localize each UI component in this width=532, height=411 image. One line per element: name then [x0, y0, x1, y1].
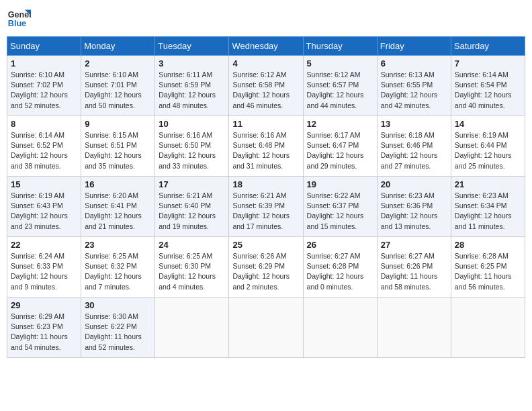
day-number: 3 — [159, 58, 225, 68]
page-header: General Blue — [7, 7, 525, 31]
day-number: 19 — [307, 179, 373, 189]
calendar-cell: 23 Sunrise: 6:25 AM Sunset: 6:32 PM Dayl… — [81, 237, 155, 298]
header-wednesday: Wednesday — [229, 37, 303, 56]
day-number: 14 — [455, 119, 521, 129]
header-friday: Friday — [377, 37, 451, 56]
day-number: 15 — [11, 179, 77, 189]
calendar-cell: 12 Sunrise: 6:17 AM Sunset: 6:47 PM Dayl… — [303, 116, 377, 177]
day-number: 27 — [381, 240, 447, 250]
day-number: 16 — [85, 179, 151, 189]
day-detail: Sunrise: 6:25 AM Sunset: 6:30 PM Dayligh… — [159, 251, 225, 292]
day-detail: Sunrise: 6:20 AM Sunset: 6:41 PM Dayligh… — [85, 191, 151, 232]
calendar-cell: 9 Sunrise: 6:15 AM Sunset: 6:51 PM Dayli… — [81, 116, 155, 177]
calendar-cell: 7 Sunrise: 6:14 AM Sunset: 6:54 PM Dayli… — [451, 56, 525, 116]
calendar-cell: 22 Sunrise: 6:24 AM Sunset: 6:33 PM Dayl… — [7, 237, 81, 298]
calendar-cell — [155, 298, 229, 358]
calendar-cell: 26 Sunrise: 6:27 AM Sunset: 6:28 PM Dayl… — [303, 237, 377, 298]
day-number: 21 — [455, 179, 521, 189]
day-detail: Sunrise: 6:10 AM Sunset: 7:01 PM Dayligh… — [85, 70, 151, 111]
day-detail: Sunrise: 6:29 AM Sunset: 6:23 PM Dayligh… — [11, 312, 77, 353]
day-detail: Sunrise: 6:14 AM Sunset: 6:54 PM Dayligh… — [455, 70, 521, 111]
day-number: 13 — [381, 119, 447, 129]
day-number: 28 — [455, 240, 521, 250]
svg-text:Blue: Blue — [8, 19, 26, 28]
calendar-cell — [451, 298, 525, 358]
day-detail: Sunrise: 6:11 AM Sunset: 6:59 PM Dayligh… — [159, 70, 225, 111]
calendar-cell: 29 Sunrise: 6:29 AM Sunset: 6:23 PM Dayl… — [7, 298, 81, 358]
calendar-week-4: 22 Sunrise: 6:24 AM Sunset: 6:33 PM Dayl… — [7, 237, 525, 298]
header-saturday: Saturday — [451, 37, 525, 56]
calendar-cell: 5 Sunrise: 6:12 AM Sunset: 6:57 PM Dayli… — [303, 56, 377, 116]
day-detail: Sunrise: 6:30 AM Sunset: 6:22 PM Dayligh… — [85, 312, 151, 353]
calendar-week-1: 1 Sunrise: 6:10 AM Sunset: 7:02 PM Dayli… — [7, 56, 525, 116]
day-detail: Sunrise: 6:10 AM Sunset: 7:02 PM Dayligh… — [11, 70, 77, 111]
calendar-cell: 4 Sunrise: 6:12 AM Sunset: 6:58 PM Dayli… — [229, 56, 303, 116]
day-detail: Sunrise: 6:28 AM Sunset: 6:25 PM Dayligh… — [455, 251, 521, 292]
day-detail: Sunrise: 6:16 AM Sunset: 6:48 PM Dayligh… — [232, 130, 299, 171]
logo-icon: General Blue — [7, 7, 31, 31]
day-detail: Sunrise: 6:19 AM Sunset: 6:44 PM Dayligh… — [455, 130, 521, 171]
day-detail: Sunrise: 6:22 AM Sunset: 6:37 PM Dayligh… — [307, 191, 373, 232]
calendar-cell: 6 Sunrise: 6:13 AM Sunset: 6:55 PM Dayli… — [377, 56, 451, 116]
day-detail: Sunrise: 6:16 AM Sunset: 6:50 PM Dayligh… — [159, 130, 225, 171]
calendar-cell: 18 Sunrise: 6:21 AM Sunset: 6:39 PM Dayl… — [229, 177, 303, 237]
calendar-cell: 13 Sunrise: 6:18 AM Sunset: 6:46 PM Dayl… — [377, 116, 451, 177]
day-number: 17 — [159, 179, 225, 189]
day-detail: Sunrise: 6:23 AM Sunset: 6:36 PM Dayligh… — [381, 191, 447, 232]
day-number: 4 — [232, 58, 299, 68]
calendar-header-row: SundayMondayTuesdayWednesdayThursdayFrid… — [7, 37, 525, 56]
day-detail: Sunrise: 6:15 AM Sunset: 6:51 PM Dayligh… — [85, 130, 151, 171]
day-detail: Sunrise: 6:24 AM Sunset: 6:33 PM Dayligh… — [11, 251, 77, 292]
calendar-week-2: 8 Sunrise: 6:14 AM Sunset: 6:52 PM Dayli… — [7, 116, 525, 177]
day-number: 9 — [85, 119, 151, 129]
day-number: 22 — [11, 240, 77, 250]
day-detail: Sunrise: 6:12 AM Sunset: 6:58 PM Dayligh… — [232, 70, 299, 111]
day-detail: Sunrise: 6:12 AM Sunset: 6:57 PM Dayligh… — [307, 70, 373, 111]
day-number: 18 — [232, 179, 299, 189]
calendar-cell — [229, 298, 303, 358]
day-number: 1 — [11, 58, 77, 68]
calendar-cell: 20 Sunrise: 6:23 AM Sunset: 6:36 PM Dayl… — [377, 177, 451, 237]
calendar-cell: 25 Sunrise: 6:26 AM Sunset: 6:29 PM Dayl… — [229, 237, 303, 298]
day-number: 6 — [381, 58, 447, 68]
day-detail: Sunrise: 6:21 AM Sunset: 6:39 PM Dayligh… — [232, 191, 299, 232]
day-number: 8 — [11, 119, 77, 129]
day-number: 26 — [307, 240, 373, 250]
header-tuesday: Tuesday — [155, 37, 229, 56]
calendar-cell: 30 Sunrise: 6:30 AM Sunset: 6:22 PM Dayl… — [81, 298, 155, 358]
day-number: 24 — [159, 240, 225, 250]
calendar-cell: 10 Sunrise: 6:16 AM Sunset: 6:50 PM Dayl… — [155, 116, 229, 177]
calendar-cell — [377, 298, 451, 358]
day-number: 25 — [232, 240, 299, 250]
day-detail: Sunrise: 6:19 AM Sunset: 6:43 PM Dayligh… — [11, 191, 77, 232]
header-monday: Monday — [81, 37, 155, 56]
day-number: 7 — [455, 58, 521, 68]
day-detail: Sunrise: 6:26 AM Sunset: 6:29 PM Dayligh… — [232, 251, 299, 292]
day-detail: Sunrise: 6:13 AM Sunset: 6:55 PM Dayligh… — [381, 70, 447, 111]
day-number: 10 — [159, 119, 225, 129]
logo: General Blue — [7, 7, 31, 31]
calendar-cell: 11 Sunrise: 6:16 AM Sunset: 6:48 PM Dayl… — [229, 116, 303, 177]
calendar-cell: 8 Sunrise: 6:14 AM Sunset: 6:52 PM Dayli… — [7, 116, 81, 177]
calendar-cell — [303, 298, 377, 358]
calendar-cell: 17 Sunrise: 6:21 AM Sunset: 6:40 PM Dayl… — [155, 177, 229, 237]
calendar-cell: 2 Sunrise: 6:10 AM Sunset: 7:01 PM Dayli… — [81, 56, 155, 116]
calendar-table: SundayMondayTuesdayWednesdayThursdayFrid… — [7, 36, 525, 358]
calendar-week-3: 15 Sunrise: 6:19 AM Sunset: 6:43 PM Dayl… — [7, 177, 525, 237]
calendar-cell: 15 Sunrise: 6:19 AM Sunset: 6:43 PM Dayl… — [7, 177, 81, 237]
calendar-week-5: 29 Sunrise: 6:29 AM Sunset: 6:23 PM Dayl… — [7, 298, 525, 358]
day-detail: Sunrise: 6:25 AM Sunset: 6:32 PM Dayligh… — [85, 251, 151, 292]
day-number: 2 — [85, 58, 151, 68]
day-detail: Sunrise: 6:14 AM Sunset: 6:52 PM Dayligh… — [11, 130, 77, 171]
calendar-cell: 28 Sunrise: 6:28 AM Sunset: 6:25 PM Dayl… — [451, 237, 525, 298]
day-number: 11 — [232, 119, 299, 129]
calendar-cell: 3 Sunrise: 6:11 AM Sunset: 6:59 PM Dayli… — [155, 56, 229, 116]
calendar-cell: 21 Sunrise: 6:23 AM Sunset: 6:34 PM Dayl… — [451, 177, 525, 237]
day-number: 12 — [307, 119, 373, 129]
day-detail: Sunrise: 6:27 AM Sunset: 6:26 PM Dayligh… — [381, 251, 447, 292]
day-detail: Sunrise: 6:23 AM Sunset: 6:34 PM Dayligh… — [455, 191, 521, 232]
calendar-cell: 1 Sunrise: 6:10 AM Sunset: 7:02 PM Dayli… — [7, 56, 81, 116]
day-number: 5 — [307, 58, 373, 68]
header-sunday: Sunday — [7, 37, 81, 56]
day-number: 23 — [85, 240, 151, 250]
